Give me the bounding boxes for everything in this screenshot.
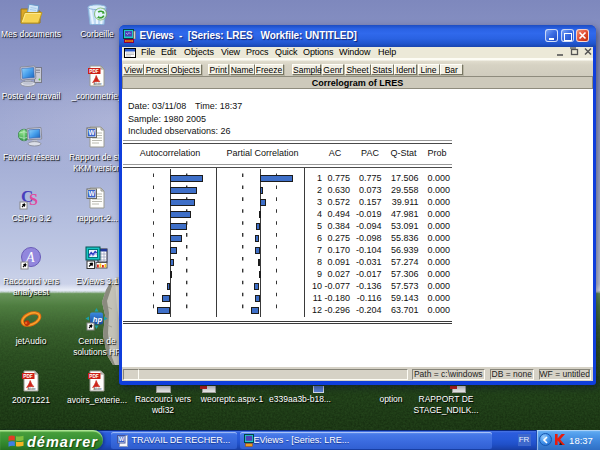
svg-text:Adobe: Adobe xyxy=(94,387,103,391)
svg-text:W: W xyxy=(118,436,124,442)
svg-text:PDF: PDF xyxy=(23,374,33,379)
svg-text:Adobe: Adobe xyxy=(94,82,103,86)
svg-text:W: W xyxy=(89,129,96,136)
svg-text:hp: hp xyxy=(93,315,103,324)
svg-text:W: W xyxy=(89,190,96,197)
svg-text:Adobe: Adobe xyxy=(28,387,37,391)
svg-text:PDF: PDF xyxy=(89,374,99,379)
svg-text:PDF: PDF xyxy=(89,69,99,74)
svg-text:S: S xyxy=(29,191,38,208)
